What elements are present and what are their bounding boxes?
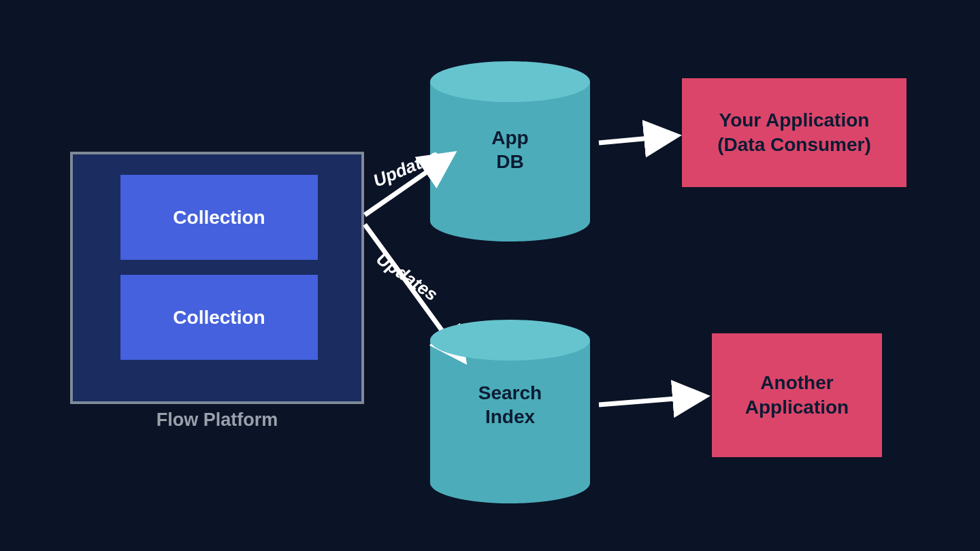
flow-platform-label: Flow Platform: [70, 410, 364, 431]
cylinder-app-db: App DB: [430, 82, 590, 221]
cylinder-body: Search Index: [430, 340, 590, 483]
another-app-line1: Another: [760, 372, 833, 393]
cylinder-label-search-index: Search Index: [430, 381, 590, 429]
cyl-search-line1: Search: [478, 382, 542, 403]
box-another-application: Another Application: [712, 333, 882, 457]
collection-label-1: Collection: [173, 207, 265, 229]
your-app-line2: (Data Consumer): [717, 134, 871, 155]
cyl-app-db-line1: App: [491, 127, 528, 148]
box-your-application: Your Application (Data Consumer): [682, 78, 906, 187]
your-app-line1: Your Application: [719, 110, 870, 131]
flow-platform-container: Collection Collection: [70, 152, 364, 404]
cylinder-body: App DB: [430, 82, 590, 221]
cylinder-search-index: Search Index: [430, 340, 590, 483]
collection-box-2: Collection: [120, 275, 318, 360]
arrow-appdb-to-yourapp: [599, 136, 672, 143]
another-app-line2: Application: [745, 397, 849, 418]
cylinder-label-app-db: App DB: [430, 126, 590, 173]
cyl-search-line2: Index: [485, 406, 535, 427]
arrow-searchindex-to-anotherapp: [599, 397, 701, 405]
cylinder-bottom: [430, 463, 590, 503]
edge-label-updates-2: Updates: [372, 248, 442, 305]
cylinder-top: [430, 61, 590, 102]
collection-label-2: Collection: [173, 307, 265, 329]
collection-box-1: Collection: [120, 175, 318, 260]
cyl-app-db-line2: DB: [496, 151, 523, 172]
cylinder-top: [430, 320, 590, 361]
flow-platform-inner: Collection Collection: [73, 154, 361, 401]
cylinder-bottom: [430, 201, 590, 241]
